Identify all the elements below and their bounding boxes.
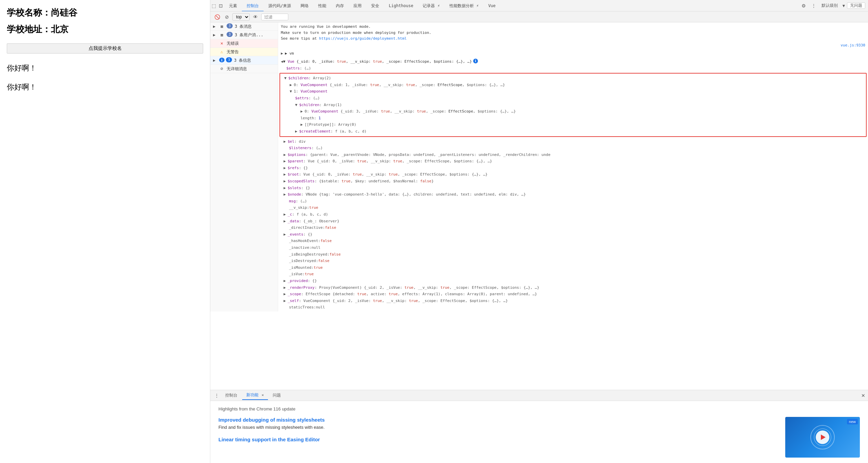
options-expand[interactable]: ▶ [284, 152, 288, 158]
msg-label-3messages: 3 条消息 [235, 23, 275, 29]
more-options-icon[interactable]: ⋮ [810, 2, 817, 10]
children-expand[interactable]: ▼ [284, 75, 288, 81]
no-issues-label[interactable]: 无问题 [847, 2, 865, 9]
tab-network[interactable]: 网络 [296, 0, 313, 12]
tab-console[interactable]: 控制台 [242, 0, 264, 12]
el-expand[interactable]: ▶ [284, 139, 288, 145]
self-expand[interactable]: ▶ [284, 298, 288, 304]
error-icon: ✕ [219, 41, 225, 46]
tab-application[interactable]: 应用 [349, 0, 366, 12]
root-expand[interactable]: ▶ [284, 172, 288, 178]
feature-video-thumbnail[interactable]: new [785, 417, 860, 458]
msg-no-detail[interactable]: ▶ ⊘ 无详细消息 [210, 65, 278, 73]
feature1-text: Improved debugging of missing stylesheet… [218, 417, 772, 444]
child1-child0-expand[interactable]: ▶ [301, 108, 305, 115]
collapse-all-icon[interactable]: ⊘ [224, 13, 230, 21]
vue-main-obj: ▼ Vue {_uid: 0, _isVue: true, __v_skip: … [283, 59, 472, 65]
isvue-val: true [305, 271, 314, 277]
vue-msg-line3: See more tips at https://vuejs.org/guide… [281, 36, 865, 42]
msg-no-errors[interactable]: ▶ ✕ 无错误 [210, 39, 278, 48]
data-expand[interactable]: ▶ [284, 218, 288, 224]
tab-perf-insights[interactable]: 性能数据分析 ⚡ [445, 0, 483, 12]
context-selector[interactable]: top [232, 13, 250, 21]
tab-vue[interactable]: Vue [483, 0, 500, 12]
child1-expand[interactable]: ▼ [290, 88, 294, 95]
vskip-key: __v_skip [289, 205, 307, 211]
create-element-val: : f (a, b, c, d) [331, 128, 367, 135]
slots-expand[interactable]: ▶ [284, 185, 288, 191]
el-val: : div [294, 139, 306, 145]
tab-security[interactable]: 安全 [366, 0, 384, 12]
device-mode-icon[interactable]: ⊡ [217, 2, 224, 10]
scoped-slots-expand[interactable]: ▶ [284, 178, 288, 184]
child1-proto-expand[interactable]: ▶ [301, 122, 305, 128]
vue-guide-link[interactable]: https://vuejs.org/guide/deployment.html [319, 36, 407, 41]
msg-3-user-messages[interactable]: ▶ ≡ 3 3 条用户消... [210, 31, 278, 39]
tab-memory[interactable]: 内存 [331, 0, 349, 12]
isvue-colon: : [303, 271, 305, 277]
bottom-tab-new[interactable]: 新功能 ✕ [242, 391, 268, 400]
bottom-tab-issues[interactable]: 问题 [269, 391, 285, 400]
settings-gear-icon[interactable]: ⚙ [799, 1, 809, 11]
parent-expand[interactable]: ▶ [284, 158, 288, 164]
child1-children-expand[interactable]: ▼ [295, 102, 299, 108]
c-expand[interactable]: ▶ [284, 212, 288, 218]
vue-msg-line2: Make sure to turn on production mode whe… [281, 30, 865, 36]
child0-expand[interactable]: ▶ [290, 82, 294, 88]
events-expand[interactable]: ▶ [284, 232, 288, 238]
isbeingdestroyed-key: _isBeingDestroyed [289, 251, 327, 258]
refs-expand[interactable]: ▶ [284, 165, 288, 171]
vnode-expand[interactable]: ▶ [284, 192, 288, 198]
devtools-panel: ⬚ ⊡ 元素 控制台 源代码/来源 网络 性能 内存 应用 安全 Lightho… [210, 0, 868, 463]
listeners-val: : (…) [311, 145, 323, 151]
create-element-expand[interactable]: ▶ [295, 128, 299, 135]
clear-console-icon[interactable]: 🚫 [213, 13, 221, 21]
children-highlighted-block: ▼ $children : Array(2) ▶ 0: VueComponent… [279, 73, 867, 137]
tab-recorder[interactable]: 记录器 ⚡ [418, 0, 444, 12]
console-filter-input[interactable] [261, 14, 288, 20]
provided-expand[interactable]: ▶ [284, 278, 288, 284]
directinactive-val: false [325, 225, 336, 231]
listeners-key: $listeners [289, 145, 311, 151]
options-val: : {parent: Vue, _parentVnode: VNode, pro… [306, 152, 551, 158]
scope-val: : EffectScope {detached: true, active: t… [301, 291, 537, 297]
options-key: $options [288, 152, 306, 158]
vm-expand-icon[interactable]: ▶ [281, 51, 285, 57]
bottom-tab-console[interactable]: 控制台 [221, 391, 242, 400]
hello-text-2: 你好啊！ [7, 82, 203, 92]
directinactive-key: _directInactive [289, 225, 323, 231]
expand-icon5: ▶ [213, 57, 218, 63]
child1-length: length: 1 [301, 115, 321, 121]
msg-3-info[interactable]: ▶ ℹ 3 3 条信息 [210, 56, 278, 65]
renderproxy-key: _renderProxy [288, 285, 314, 291]
tab-elements[interactable]: 元素 [224, 0, 242, 12]
bottom-menu-icon[interactable]: ⋮ [213, 391, 220, 400]
msg-3-messages[interactable]: ▶ ≡ 3 3 条消息 [210, 22, 278, 31]
msg-label-errors: 无错误 [227, 40, 275, 46]
scoped-slots-key: $scopedSlots [288, 178, 314, 184]
attrs-key: $attrs [286, 65, 300, 72]
vm-label: ▶ vm [285, 51, 294, 57]
close-bottom-panel-button[interactable]: ✕ [861, 393, 865, 398]
root-val: : Vue {_uid: 0, _isVue: true, __v_skip: … [299, 172, 487, 178]
msg-no-warnings[interactable]: ▶ ⚠ 无警告 [210, 48, 278, 56]
new-features-close[interactable]: ✕ [262, 393, 264, 397]
refs-val: : {} [299, 165, 308, 171]
inspect-element-icon[interactable]: ⬚ [210, 2, 217, 10]
tab-performance[interactable]: 性能 [313, 0, 331, 12]
directinactive-colon: : [323, 225, 325, 231]
msg-count-3: 3 [227, 23, 233, 28]
list-icon: ≡ [219, 24, 225, 29]
tab-lighthouse[interactable]: Lighthouse [384, 0, 418, 12]
renderproxy-expand[interactable]: ▶ [284, 285, 288, 291]
show-school-name-button[interactable]: 点我提示学校名 [7, 43, 203, 54]
isdestroyed-val: false [318, 258, 329, 264]
default-level-label[interactable]: 默认级别 [819, 3, 841, 8]
eye-icon[interactable]: 👁 [252, 13, 259, 21]
events-val: : {} [303, 232, 312, 238]
feature2-title: Linear timing support in the Easing Edit… [218, 437, 772, 442]
vnode-val: : VNode {tag: 'vue-component-3-hello', d… [301, 192, 526, 198]
scope-expand[interactable]: ▶ [284, 291, 288, 297]
tab-sources[interactable]: 源代码/来源 [264, 0, 296, 12]
children-val: : Array(2) [309, 75, 331, 81]
